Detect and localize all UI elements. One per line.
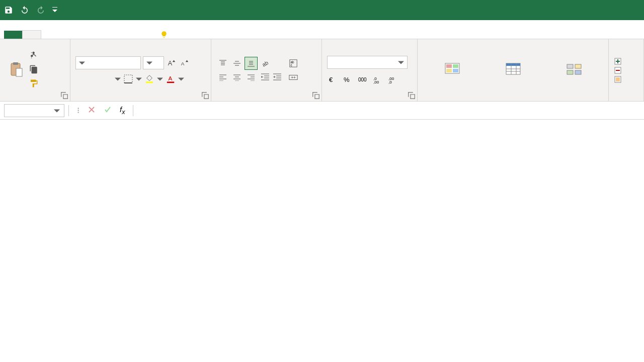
group-font: A A A: [70, 39, 211, 101]
ribbon-tabs: [0, 20, 644, 39]
svg-rect-23: [446, 64, 452, 68]
svg-text:,00: ,00: [373, 80, 379, 84]
svg-rect-14: [289, 75, 297, 79]
chevron-down-icon[interactable]: [157, 76, 163, 82]
svg-rect-40: [616, 77, 620, 81]
qat-customize-icon[interactable]: [52, 6, 57, 15]
borders-icon[interactable]: [123, 73, 134, 84]
svg-rect-35: [567, 70, 573, 74]
comma-format-icon[interactable]: 000: [357, 74, 368, 85]
enter-icon[interactable]: [104, 106, 112, 116]
cancel-icon[interactable]: [88, 106, 96, 116]
chevron-down-icon[interactable]: [115, 76, 121, 82]
font-size-combo[interactable]: [143, 56, 164, 69]
group-number: € % 000 ,0,00 ,00,0: [322, 39, 418, 101]
format-cells-button[interactable]: [614, 75, 638, 83]
tab-home[interactable]: [22, 30, 41, 39]
tell-me-search[interactable]: [150, 31, 172, 39]
group-alignment-label: [216, 99, 316, 100]
bold-button[interactable]: [75, 73, 87, 84]
merge-cells-icon[interactable]: [288, 72, 299, 83]
paste-button[interactable]: [5, 60, 27, 80]
svg-text:c: c: [291, 63, 292, 67]
svg-rect-28: [506, 63, 520, 66]
save-icon[interactable]: [4, 6, 13, 15]
svg-rect-33: [567, 64, 573, 68]
svg-rect-26: [453, 69, 458, 72]
cell-styles-button[interactable]: [563, 60, 585, 80]
chevron-down-icon[interactable]: [178, 76, 184, 82]
redo-icon[interactable]: [36, 6, 45, 15]
percent-format-icon[interactable]: %: [342, 74, 353, 85]
group-styles: [418, 39, 609, 101]
quick-access-toolbar: [4, 6, 57, 15]
align-left-icon[interactable]: [216, 71, 229, 84]
name-box[interactable]: [4, 104, 64, 117]
tab-page-layout[interactable]: [59, 31, 77, 39]
svg-rect-5: [124, 75, 132, 83]
svg-rect-34: [575, 64, 581, 68]
svg-text:ab: ab: [261, 59, 269, 67]
copy-icon[interactable]: [29, 65, 38, 76]
title-bar: [0, 0, 644, 20]
group-styles-label: [423, 99, 603, 100]
svg-text:€: €: [329, 76, 333, 83]
align-center-icon[interactable]: [230, 71, 244, 84]
insert-cells-button[interactable]: [614, 57, 638, 65]
formula-input[interactable]: [133, 104, 644, 117]
svg-text:A: A: [168, 59, 173, 66]
svg-rect-7: [146, 81, 153, 83]
svg-text:000: 000: [358, 77, 367, 82]
svg-text:A: A: [181, 60, 185, 66]
increase-decimal-icon[interactable]: ,0,00: [372, 74, 383, 85]
tab-file[interactable]: [4, 31, 22, 39]
align-middle-icon[interactable]: [230, 57, 244, 70]
dialog-launcher-icon[interactable]: [312, 92, 319, 99]
tab-data[interactable]: [96, 31, 114, 39]
format-as-table-button[interactable]: [502, 60, 524, 80]
increase-font-icon[interactable]: A: [166, 57, 177, 68]
font-color-icon[interactable]: A: [165, 73, 176, 84]
tab-insert[interactable]: [41, 31, 59, 39]
cut-icon[interactable]: [29, 51, 38, 62]
dialog-launcher-icon[interactable]: [408, 92, 415, 99]
dialog-launcher-icon[interactable]: [61, 92, 68, 99]
decrease-decimal-icon[interactable]: ,00,0: [387, 74, 398, 85]
svg-rect-36: [575, 70, 581, 74]
underline-button[interactable]: [102, 73, 113, 84]
ribbon: A A A: [0, 39, 644, 102]
align-bottom-icon[interactable]: [245, 57, 258, 70]
align-right-icon[interactable]: [245, 71, 258, 84]
tab-formulas[interactable]: [77, 31, 96, 39]
font-name-combo[interactable]: [75, 56, 141, 69]
group-cells-label: [614, 99, 638, 100]
tab-review[interactable]: [114, 31, 132, 39]
accounting-format-icon[interactable]: €: [327, 74, 338, 85]
increase-indent-icon[interactable]: [272, 72, 283, 83]
conditional-formatting-button[interactable]: [441, 60, 463, 80]
svg-rect-9: [167, 81, 174, 83]
delete-cells-button[interactable]: [614, 66, 638, 74]
svg-rect-1: [13, 62, 18, 65]
align-top-icon[interactable]: [216, 57, 229, 70]
tab-view[interactable]: [132, 31, 150, 39]
orientation-icon[interactable]: ab: [260, 58, 271, 69]
group-clipboard: [0, 39, 70, 101]
decrease-font-icon[interactable]: A: [179, 57, 190, 68]
chevron-down-icon[interactable]: [136, 76, 142, 82]
decrease-indent-icon[interactable]: [260, 72, 271, 83]
fill-color-icon[interactable]: [144, 73, 155, 84]
group-clipboard-label: [5, 99, 65, 100]
insert-function-icon[interactable]: fx: [120, 105, 125, 116]
number-format-combo[interactable]: [327, 56, 408, 69]
svg-rect-24: [453, 64, 458, 68]
wrap-text-icon[interactable]: abc: [288, 58, 299, 69]
dialog-launcher-icon[interactable]: [202, 92, 209, 99]
svg-text:A: A: [169, 74, 173, 81]
italic-button[interactable]: [89, 73, 100, 84]
svg-text:%: %: [344, 76, 350, 83]
svg-text:,0: ,0: [388, 80, 392, 84]
format-painter-icon[interactable]: [29, 79, 38, 90]
undo-icon[interactable]: [20, 6, 29, 15]
formula-bar: ⁝ fx: [0, 102, 644, 120]
